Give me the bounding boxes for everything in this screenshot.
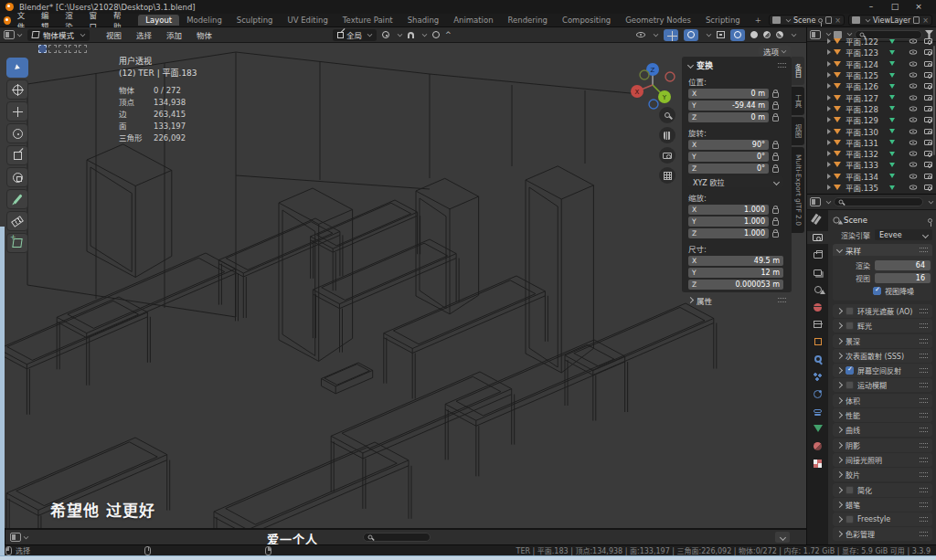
scale-field[interactable]: Z 1.000 bbox=[688, 228, 769, 238]
navigation-gizmo[interactable]: Z X Y bbox=[625, 60, 682, 110]
outliner-row[interactable]: 平面.124 bbox=[807, 58, 936, 69]
rotation-mode-dropdown[interactable]: XYZ 欧拉 bbox=[688, 176, 783, 187]
render-engine-dropdown[interactable]: Eevee bbox=[875, 229, 932, 240]
hide-eye-icon[interactable] bbox=[909, 140, 918, 144]
property-panel-row[interactable]: 间接光照明 bbox=[833, 453, 932, 467]
maximize-button[interactable]: □ bbox=[883, 0, 907, 14]
lock-icon[interactable] bbox=[772, 155, 779, 161]
pan-button[interactable] bbox=[659, 127, 675, 143]
new-view-layer-icon[interactable] bbox=[913, 16, 920, 24]
outliner-row[interactable]: 平面.126 bbox=[807, 80, 936, 91]
property-panel-row[interactable]: 简化 bbox=[833, 483, 932, 497]
viewport-menu-item[interactable]: 选择 bbox=[129, 29, 159, 40]
lock-icon[interactable] bbox=[772, 104, 779, 110]
pin-icon[interactable] bbox=[928, 218, 932, 223]
scene-selector[interactable]: Scene × bbox=[769, 15, 845, 26]
workspace-tab[interactable]: Geometry Nodes bbox=[618, 15, 698, 26]
viewport-menu-item[interactable]: 添加 bbox=[159, 29, 189, 40]
workspace-tab[interactable]: Texture Paint bbox=[335, 15, 400, 26]
property-panel-row[interactable]: 环境光遮蔽 (AO) bbox=[833, 304, 932, 318]
viewport-samples-field[interactable]: 16 bbox=[875, 273, 931, 283]
render-visibility-icon[interactable] bbox=[924, 129, 932, 134]
workspace-tab[interactable]: UV Editing bbox=[281, 15, 335, 26]
pivot-point-icon[interactable] bbox=[382, 31, 389, 38]
panel-checkbox[interactable] bbox=[846, 381, 854, 389]
render-visibility-icon[interactable] bbox=[924, 151, 932, 156]
lock-icon[interactable] bbox=[772, 143, 779, 149]
outliner-row[interactable]: 平面.135 bbox=[807, 182, 936, 193]
orientation-selector[interactable]: 全局 bbox=[333, 29, 377, 41]
sampling-panel-header[interactable]: 采样 bbox=[833, 244, 932, 256]
property-panel-row[interactable]: 曲线 bbox=[833, 423, 932, 437]
property-panel-row[interactable]: 次表面散射 (SSS) bbox=[833, 349, 932, 363]
workspace-tab[interactable]: Sculpting bbox=[229, 15, 281, 26]
shading-material-button[interactable] bbox=[763, 31, 771, 38]
expand-icon[interactable] bbox=[827, 151, 831, 156]
camera-view-button[interactable] bbox=[659, 147, 675, 164]
expand-icon[interactable] bbox=[827, 38, 831, 44]
scale-field[interactable]: Y 1.000 bbox=[688, 217, 769, 227]
render-visibility-icon[interactable] bbox=[924, 106, 932, 111]
strip-expand-button[interactable] bbox=[775, 532, 790, 543]
panel-checkbox[interactable] bbox=[846, 307, 854, 315]
snap-magnet-icon[interactable] bbox=[408, 32, 414, 38]
render-visibility-icon[interactable] bbox=[924, 95, 932, 100]
remove-view-layer-icon[interactable]: × bbox=[922, 16, 929, 25]
drag-handle-icon[interactable] bbox=[920, 443, 928, 448]
property-panel-row[interactable]: 景深 bbox=[833, 334, 932, 348]
location-field[interactable]: Y -59.44 m bbox=[688, 100, 769, 111]
drag-handle-icon[interactable] bbox=[920, 472, 928, 477]
denoise-checkbox[interactable] bbox=[873, 287, 881, 295]
tab-view-layer[interactable] bbox=[807, 266, 828, 279]
close-button[interactable]: × bbox=[907, 0, 931, 14]
overlays-toggle[interactable] bbox=[684, 29, 698, 41]
lock-icon[interactable] bbox=[772, 116, 779, 122]
workspace-tab[interactable]: Animation bbox=[446, 15, 500, 26]
tab-render[interactable] bbox=[807, 231, 828, 244]
tab-modifiers[interactable] bbox=[807, 353, 828, 365]
hide-eye-icon[interactable] bbox=[909, 84, 918, 89]
new-scene-icon[interactable] bbox=[825, 16, 832, 24]
options-button[interactable]: 选项 bbox=[759, 46, 791, 57]
scale-tool[interactable] bbox=[6, 145, 28, 165]
render-visibility-icon[interactable] bbox=[924, 83, 932, 89]
render-visibility-icon[interactable] bbox=[924, 61, 932, 67]
shading-solid-button[interactable] bbox=[750, 31, 758, 38]
drag-handle-icon[interactable] bbox=[920, 502, 928, 507]
zoom-button[interactable] bbox=[659, 107, 675, 123]
expand-icon[interactable] bbox=[827, 72, 831, 78]
strip-search-input[interactable] bbox=[363, 533, 431, 542]
render-visibility-icon[interactable] bbox=[924, 72, 932, 78]
scale-field[interactable]: X 1.000 bbox=[688, 205, 769, 215]
perspective-toggle-button[interactable] bbox=[659, 167, 675, 184]
property-panel-row[interactable]: 运动模糊 bbox=[833, 378, 932, 392]
unlink-scene-icon[interactable]: × bbox=[835, 16, 841, 25]
expand-icon[interactable] bbox=[827, 174, 831, 179]
xray-toggle[interactable] bbox=[717, 31, 725, 38]
n-panel-tab[interactable]: 条目 bbox=[792, 57, 804, 85]
tab-scene[interactable] bbox=[807, 283, 828, 296]
rotation-field[interactable]: X 90° bbox=[688, 140, 769, 150]
hide-eye-icon[interactable] bbox=[909, 118, 918, 122]
property-panel-row[interactable]: 辉光 bbox=[833, 319, 932, 333]
expand-icon[interactable] bbox=[827, 49, 831, 55]
outliner-scrollbar[interactable] bbox=[933, 46, 935, 155]
drag-handle-icon[interactable] bbox=[920, 309, 928, 313]
select-extend-icon[interactable] bbox=[48, 45, 57, 53]
properties-search-input[interactable] bbox=[834, 197, 923, 206]
render-visibility-icon[interactable] bbox=[924, 117, 932, 122]
properties-editor-icon[interactable] bbox=[810, 197, 821, 206]
dimension-field[interactable]: Z 0.000053 m bbox=[688, 280, 783, 290]
measure-tool[interactable] bbox=[6, 211, 28, 231]
render-visibility-icon[interactable] bbox=[924, 185, 932, 190]
tab-particles[interactable] bbox=[807, 370, 828, 383]
drag-handle-icon[interactable] bbox=[920, 428, 928, 432]
tab-data[interactable] bbox=[807, 422, 828, 435]
drag-handle-icon[interactable] bbox=[920, 354, 928, 358]
hide-eye-icon[interactable] bbox=[909, 95, 918, 100]
panel-checkbox[interactable] bbox=[846, 486, 854, 494]
n-panel-tab[interactable]: 视图 bbox=[792, 117, 804, 145]
workspace-tab[interactable]: + bbox=[748, 15, 769, 26]
location-field[interactable]: Z 0 m bbox=[688, 112, 769, 122]
n-panel-tab[interactable]: Multi-Export glTF 2.0 bbox=[792, 147, 804, 233]
